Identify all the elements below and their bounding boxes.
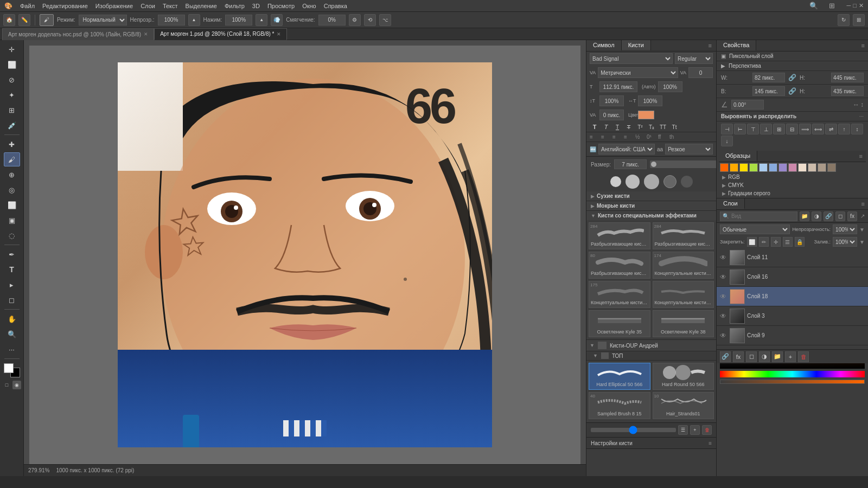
swatch-orange[interactable] (720, 163, 729, 172)
brush-tool-btn[interactable]: ✏️ (18, 14, 30, 26)
brush-item-concept2[interactable]: 175 Концептуальные кисти — со... (589, 281, 650, 308)
link-layers-bottom-btn[interactable]: 🔗 (720, 351, 731, 362)
align-right-edge-btn[interactable]: ⊤ (747, 124, 759, 134)
align-center-h-btn[interactable]: ⊢ (734, 124, 746, 134)
layer-row-9[interactable]: 👁 Слой 9 (717, 326, 868, 345)
menu-help[interactable]: Справка (324, 3, 347, 9)
pressure-flow-btn[interactable]: ▲ (256, 14, 267, 26)
italic-btn[interactable]: T (601, 124, 611, 130)
cmyk-group[interactable]: ▶ CMYK (719, 181, 866, 189)
kerning-input[interactable] (599, 110, 624, 120)
flip-v-icon[interactable]: ↕ (860, 101, 864, 108)
h-input[interactable] (831, 73, 864, 82)
menu-3d[interactable]: 3D (252, 3, 260, 9)
swatch-purple[interactable] (778, 163, 787, 172)
link-layers-btn[interactable]: 🔗 (824, 211, 833, 221)
swatch-pink[interactable] (788, 163, 797, 172)
menu-layers[interactable]: Слои (141, 3, 155, 9)
layers-more-icon[interactable]: ↗ (860, 213, 865, 219)
opacity-select[interactable]: 100% (833, 224, 857, 234)
close-btn[interactable]: ✕ (859, 2, 864, 9)
layer-row-16[interactable]: 👁 Слой 16 (717, 267, 868, 287)
gradient-tool[interactable]: ▣ (4, 213, 20, 227)
blend-mode-select[interactable]: Обычные (720, 224, 790, 234)
check-spelling-icon[interactable]: 🔤 (590, 146, 596, 152)
kup-header[interactable]: ▼ Кисти-OUP Андрей (586, 340, 716, 351)
add-mask-btn[interactable]: ◻ (746, 351, 757, 362)
brush-tool[interactable]: 🖌 (4, 152, 20, 166)
angle-input[interactable] (731, 100, 764, 110)
oldstyle-btn[interactable]: 0¹ (647, 134, 656, 140)
tab-1-close[interactable]: ✕ (144, 31, 148, 37)
lock-pixels-btn[interactable]: ✏ (759, 237, 769, 247)
distribute-mid-btn[interactable]: ↕ (851, 124, 863, 134)
brush-hair[interactable]: 10 Hair_Strands01 (653, 392, 714, 419)
distribute-left-btn[interactable]: ⟹ (799, 124, 811, 134)
brush-item-concept1[interactable]: 174 Концептуальные кисти — ун... (653, 252, 714, 279)
lock-artboard-btn[interactable]: ☰ (783, 237, 793, 247)
bold-btn[interactable]: T (590, 124, 599, 130)
lock-transparent-btn[interactable]: ⬜ (747, 237, 757, 247)
angle-btn[interactable]: ⟲ (364, 14, 376, 26)
brush-preset-btn[interactable]: 🖌 (40, 14, 54, 26)
color-swatch-inline[interactable] (638, 111, 654, 119)
menu-select[interactable]: Выделение (186, 3, 217, 9)
brush-list-view-btn[interactable]: ☰ (678, 425, 688, 435)
opacity-chevron[interactable]: ▼ (859, 227, 865, 233)
menu-view[interactable]: Просмотр (267, 3, 295, 9)
add-adjustment-btn[interactable]: ◑ (759, 351, 770, 362)
fill-select[interactable]: 100% (833, 237, 857, 247)
new-group-btn[interactable]: 📁 (800, 211, 809, 221)
brush-item-scatter3[interactable]: 80 Разбрызгивающие кисти Kyle — у... (589, 252, 650, 279)
justify-btn[interactable]: ≡ (624, 134, 634, 140)
swatch-sky[interactable] (759, 163, 768, 172)
font-size-input[interactable] (599, 81, 637, 92)
props-menu-btn[interactable]: ≡ (858, 42, 868, 49)
brush-hard-elliptical[interactable]: Hard Elliptical 50 566 (589, 363, 650, 390)
swatch-brown[interactable] (827, 163, 836, 172)
zoom-tool[interactable]: 🔍 (4, 327, 20, 341)
superscript-btn[interactable]: T² (635, 124, 645, 130)
align-center-btn[interactable]: ≡ (601, 134, 611, 140)
leading-input[interactable] (658, 81, 682, 92)
align-top-edge-btn[interactable]: ⊥ (760, 124, 772, 134)
brush-item-concept3[interactable]: Концептуальные кисти — ли... (653, 281, 714, 308)
b-input[interactable] (752, 86, 785, 96)
airbrush-btn[interactable]: 💨 (271, 14, 283, 26)
layers-search-input[interactable] (731, 213, 795, 219)
eraser-tool[interactable]: ⬜ (4, 198, 20, 212)
mode-select[interactable]: Нормальный (79, 15, 127, 25)
rgb-group[interactable]: ▶ RGB (719, 173, 866, 181)
tab-2-close[interactable]: ✕ (277, 31, 281, 37)
layer-18-eye[interactable]: 👁 (719, 292, 727, 301)
dry-brushes-header[interactable]: ▶ Сухие кисти (586, 191, 716, 201)
brush-item-lighten35[interactable]: Осветление Kyle 35 (589, 310, 650, 337)
home-btn[interactable]: 🏠 (3, 14, 15, 26)
layers-tab[interactable]: Слои (717, 198, 745, 209)
move-tool[interactable]: ✛ (4, 42, 20, 56)
swatch-lime[interactable] (749, 163, 758, 172)
menu-image[interactable]: Изображение (95, 3, 133, 9)
brush-main-slider[interactable] (591, 428, 676, 432)
special-brushes-header[interactable]: ▼ Кисти со специальными эффектами (586, 211, 716, 220)
brushes-tab-header[interactable]: Кисти (622, 40, 651, 51)
more-tools-btn[interactable]: ··· (4, 342, 20, 356)
menu-file[interactable]: Файл (20, 3, 35, 9)
menu-text[interactable]: Текст (163, 3, 178, 9)
hand-tool[interactable]: ✋ (4, 312, 20, 326)
panels-collapse[interactable]: ≡ (704, 42, 716, 49)
foreground-color[interactable] (4, 363, 14, 373)
search-icon[interactable]: 🔍 (809, 2, 818, 10)
w-input[interactable] (752, 73, 785, 82)
align-bottom-edge-btn[interactable]: ⊟ (786, 124, 798, 134)
props-tab[interactable]: Свойства (717, 40, 756, 51)
swatch-brown-light[interactable] (818, 163, 826, 172)
pen-tool[interactable]: ✒ (4, 247, 20, 261)
new-adjustment-btn[interactable]: ◑ (812, 211, 821, 221)
text-tool[interactable]: T (4, 262, 20, 277)
healing-tool[interactable]: ✚ (4, 137, 20, 151)
alpha-bar[interactable] (720, 380, 865, 384)
add-group-btn[interactable]: 📁 (772, 351, 783, 362)
small-caps-btn[interactable]: Tt (669, 124, 679, 130)
gray-group[interactable]: ▶ Градации серого (719, 189, 866, 197)
